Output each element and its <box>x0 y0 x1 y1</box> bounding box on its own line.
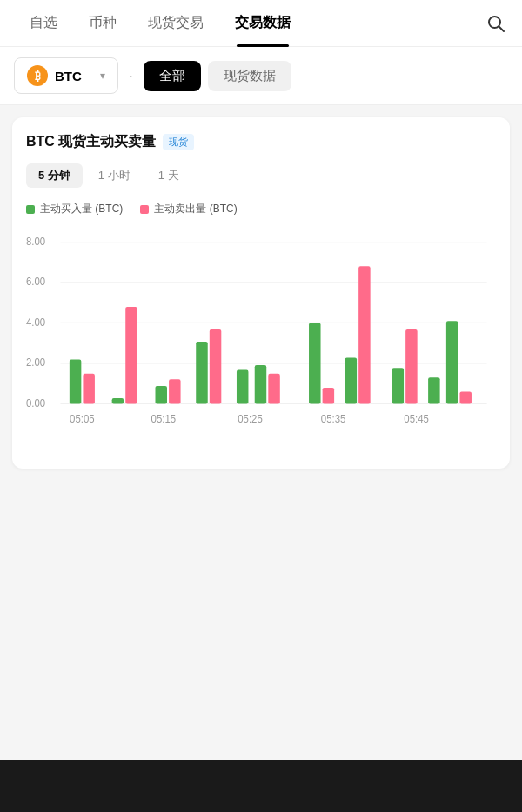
svg-rect-14 <box>112 398 124 404</box>
card-title-row: BTC 现货主动买卖量 现货 <box>26 133 496 151</box>
divider: · <box>129 67 133 85</box>
btc-icon: ₿ <box>27 65 48 86</box>
svg-rect-21 <box>255 365 267 403</box>
svg-rect-23 <box>309 323 321 403</box>
chart-area: 8.00 6.00 4.00 2.00 0.00 <box>26 229 496 455</box>
data-tab-group: 全部 现货数据 <box>144 61 291 91</box>
nav-items: 自选 币种 现货交易 交易数据 <box>14 0 484 47</box>
svg-rect-31 <box>459 391 472 403</box>
svg-text:0.00: 0.00 <box>26 397 46 409</box>
svg-rect-15 <box>125 307 137 404</box>
legend-sell-dot <box>140 205 149 214</box>
top-navigation: 自选 币种 现货交易 交易数据 <box>0 0 522 47</box>
time-tab-1h[interactable]: 1 小时 <box>86 163 143 188</box>
time-tab-5min[interactable]: 5 分钟 <box>26 163 83 188</box>
nav-item-watchlist[interactable]: 自选 <box>14 0 73 47</box>
svg-rect-26 <box>358 266 371 403</box>
svg-text:4.00: 4.00 <box>26 316 46 327</box>
svg-rect-24 <box>323 388 335 403</box>
svg-text:05:35: 05:35 <box>321 413 346 424</box>
svg-text:6.00: 6.00 <box>26 276 46 287</box>
nav-item-spot-trade[interactable]: 现货交易 <box>132 0 219 47</box>
svg-line-1 <box>499 26 505 31</box>
legend-sell: 主动卖出量 (BTC) <box>140 202 237 216</box>
coin-selector[interactable]: ₿ BTC ▾ <box>14 57 118 94</box>
coin-label: BTC <box>55 69 82 83</box>
svg-rect-19 <box>210 329 222 404</box>
tab-all[interactable]: 全部 <box>144 61 201 91</box>
svg-text:8.00: 8.00 <box>26 236 46 247</box>
svg-rect-27 <box>392 368 405 403</box>
svg-rect-16 <box>156 386 168 404</box>
svg-rect-25 <box>345 357 358 403</box>
svg-rect-17 <box>169 379 181 403</box>
chart-svg: 8.00 6.00 4.00 2.00 0.00 <box>26 229 496 455</box>
chart-card: BTC 现货主动买卖量 现货 5 分钟 1 小时 1 天 主动买入量 (BTC)… <box>12 117 510 469</box>
time-tabs: 5 分钟 1 小时 1 天 <box>26 163 496 188</box>
svg-rect-22 <box>268 374 280 404</box>
svg-rect-30 <box>446 321 458 403</box>
svg-rect-13 <box>83 374 95 404</box>
svg-rect-18 <box>196 342 208 404</box>
time-tab-1d[interactable]: 1 天 <box>146 163 191 188</box>
svg-text:05:15: 05:15 <box>151 413 177 424</box>
bottom-bar <box>0 760 522 812</box>
chart-legend: 主动买入量 (BTC) 主动卖出量 (BTC) <box>26 202 496 216</box>
svg-rect-12 <box>70 360 82 404</box>
spot-badge: 现货 <box>163 134 194 150</box>
svg-rect-20 <box>237 370 249 404</box>
legend-buy-dot <box>26 205 35 214</box>
search-icon[interactable] <box>484 11 508 36</box>
svg-text:05:45: 05:45 <box>404 413 429 424</box>
tab-spot[interactable]: 现货数据 <box>208 61 291 91</box>
legend-buy: 主动买入量 (BTC) <box>26 202 123 216</box>
svg-text:2.00: 2.00 <box>26 356 46 368</box>
svg-rect-28 <box>405 329 418 404</box>
card-title: BTC 现货主动买卖量 <box>26 133 156 151</box>
svg-rect-29 <box>428 377 440 403</box>
chevron-down-icon: ▾ <box>100 70 105 82</box>
nav-item-coins[interactable]: 币种 <box>73 0 132 47</box>
svg-text:05:05: 05:05 <box>70 413 95 424</box>
filter-row: ₿ BTC ▾ · 全部 现货数据 <box>0 47 522 105</box>
nav-item-trade-data[interactable]: 交易数据 <box>219 0 306 47</box>
svg-text:05:25: 05:25 <box>238 413 263 424</box>
